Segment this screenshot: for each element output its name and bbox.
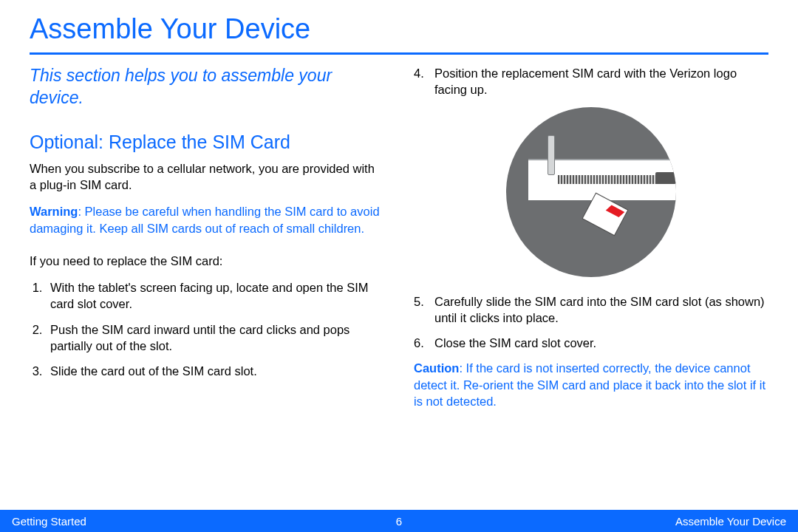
warning-body: : Please be careful when handling the SI… <box>30 205 380 234</box>
lead-paragraph: When you subscribe to a cellular network… <box>30 160 384 194</box>
footer-left: Getting Started <box>12 515 396 528</box>
left-column: This section helps you to assemble your … <box>30 65 384 409</box>
list-item: Close the SIM card slot cover. <box>414 335 768 351</box>
title-rule <box>30 52 768 55</box>
list-item: Push the SIM card inward until the card … <box>46 321 384 355</box>
warning-note: Warning: Please be careful when handling… <box>30 203 384 236</box>
list-item: Carefully slide the SIM card into the SI… <box>414 293 768 327</box>
caution-body: : If the card is not inserted correctly,… <box>414 361 765 408</box>
footer-page-number: 6 <box>396 515 402 528</box>
caution-label: Caution <box>414 361 459 375</box>
caution-note: Caution: If the card is not inserted cor… <box>414 360 768 409</box>
right-column: Position the replacement SIM card with t… <box>414 65 768 409</box>
footer-right: Assemble Your Device <box>402 515 786 528</box>
page-footer: Getting Started 6 Assemble Your Device <box>0 510 798 532</box>
intro-text: This section helps you to assemble your … <box>30 65 384 109</box>
warning-label: Warning <box>30 205 78 218</box>
steps-list-right-cont: Carefully slide the SIM card into the SI… <box>414 293 768 352</box>
sim-insertion-figure <box>506 107 676 277</box>
list-item: Position the replacement SIM card with t… <box>414 65 768 98</box>
if-need-text: If you need to replace the SIM card: <box>30 253 384 269</box>
section-heading: Optional: Replace the SIM Card <box>30 132 384 153</box>
steps-list-left: With the tablet's screen facing up, loca… <box>30 279 384 379</box>
page-title: Assemble Your Device <box>30 13 768 45</box>
list-item: With the tablet's screen facing up, loca… <box>46 279 384 313</box>
list-item: Slide the card out of the SIM card slot. <box>46 363 384 379</box>
steps-list-right: Position the replacement SIM card with t… <box>414 65 768 98</box>
